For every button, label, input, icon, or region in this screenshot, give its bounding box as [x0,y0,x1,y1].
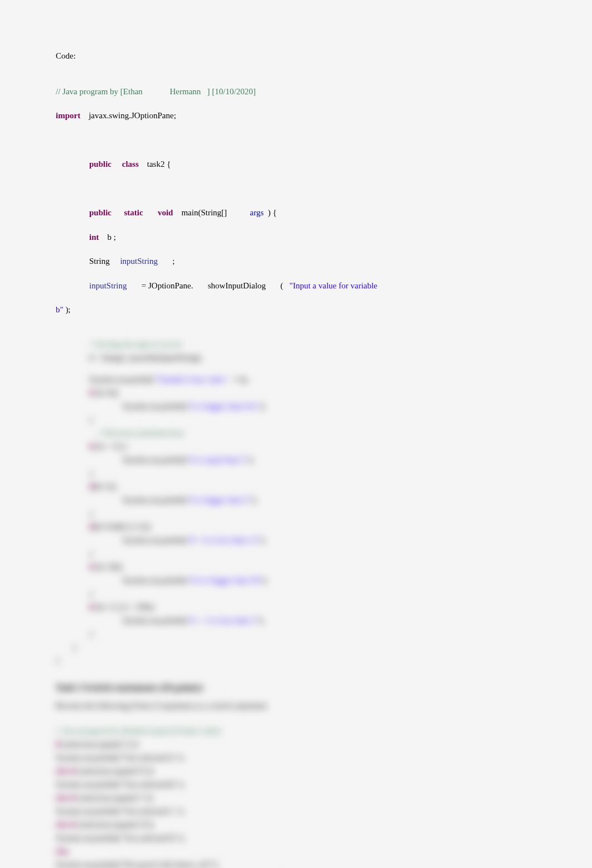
blurred-line: } [89,469,93,478]
code-field: inputString [120,257,158,266]
blurred-line: "b < -5 is less than 5" [187,616,259,625]
blurred-line: // Decision statement here [98,428,185,437]
blurred-line: } [89,629,93,638]
code-keyword: import [56,111,80,120]
blurred-line: .println( [160,495,187,504]
blurred-line: (b>5){ [94,482,117,491]
blurred-line: + b); [230,375,249,384]
blurred-line: ); [260,536,265,544]
blurred-line: if [89,562,94,571]
blurred-line: (b>30){ [94,562,123,571]
blurred-desc: Rewrite the following if/else if stateme… [56,700,536,712]
code-text: = JOptionPane. [127,281,193,290]
blurred-task-section: Task 3 Switch statements (10 points) Rew… [56,681,536,869]
blurred-line: System.out [123,576,160,585]
blurred-line: System.out [123,495,160,504]
code-text: ( [266,281,283,290]
blurred-line: ); [261,402,266,411]
code-keyword: static [124,208,143,217]
blurred-line: } [72,643,76,652]
code-text: showInputDialog [208,281,266,290]
blurred-line: } [56,656,60,665]
code-keyword: class [122,160,139,168]
blurred-line: (b<0){ [94,388,119,397]
blurred-line: // Storing the input in an int [89,340,182,349]
blurred-line: .println( [160,576,187,585]
blurred-line: if [89,388,94,397]
blurred-line: (b>8 && b<12){ [94,522,151,531]
blurred-line: .println( [160,455,187,464]
blurred-line: if [89,442,94,451]
blurred-line: } [89,509,93,518]
blurred-line: (b ==5) { [94,442,128,451]
blurred-line: System.out [123,455,160,464]
code-keyword: void [158,208,173,217]
blurred-line: System.out.println("You selected A."); [56,752,536,764]
code-text: String [89,257,110,266]
blurred-line: (b<-5 || b > 100){ [94,602,155,611]
blurred-line: "b b is bigger than 30" [187,576,263,585]
blurred-line: System.out [123,536,160,544]
blurred-line: ); [252,495,257,504]
blurred-line: "b is bigger than 5" [187,495,252,504]
code-text: b ; [99,233,116,242]
code-text: main(String[] [173,208,227,217]
blurred-line: b = Integer. parseInt(inputString); [89,353,202,362]
blurred-line: System.out [123,616,160,625]
code-keyword: public [89,208,111,217]
code-text: ); [65,305,70,314]
code-comment: // Java program by [Ethan Hermann ] [10/… [56,87,256,96]
blurred-line: System.out.println("Not good with letter… [56,859,536,868]
code-field: inputString [89,281,127,290]
blurred-line: System.out [123,402,160,411]
code-block: // Java program by [Ethan Hermann ] [10/… [56,74,536,329]
blurred-line: ); [249,455,254,464]
blurred-line: System.out.println("You selected D."); [56,832,536,844]
blurred-line: "b is equal than 5" [187,455,249,464]
blurred-line: .println( [160,616,187,625]
code-keyword: int [89,233,99,242]
code-string: b" [56,305,65,314]
section-heading: Code: [56,50,536,62]
blurred-line: ); [259,616,264,625]
blurred-line: ); [263,576,268,585]
blurred-line: System.out.println("You selected B."); [56,779,536,790]
blurred-line: // Java program by [Student name] [Today… [56,726,221,735]
blurred-line: System.out [89,375,127,384]
blurred-line: } [89,549,93,558]
code-text: ; [158,257,174,266]
code-string: "Input a value for variable [283,281,377,290]
blurred-line: if [89,482,94,491]
blurred-line: if [89,602,94,611]
blurred-line: "Variable b has value " [154,375,230,384]
blurred-line: System.out.println("You selected C."); [56,806,536,817]
blurred-line: .println( [127,375,154,384]
blurred-heading: Task 3 Switch statements (10 points) [56,681,536,695]
blurred-line: .println( [160,402,187,411]
code-text: task2 { [139,160,171,168]
blurred-line: } [89,589,93,598]
blurred-line: "8 < b is less than 12" [187,536,261,544]
blurred-line: .println( [160,536,187,544]
code-text: ) { [264,208,276,217]
blurred-line: if [89,522,94,531]
code-field: args [250,208,264,217]
code-keyword: public [89,160,111,168]
code-text: javax.swing.JOptionPane; [80,111,176,120]
blurred-line: "b is bigger than five" [187,402,261,411]
blurred-line: } [89,415,93,424]
blurred-code-area: // Storing the input in an int b = Integ… [56,339,536,667]
